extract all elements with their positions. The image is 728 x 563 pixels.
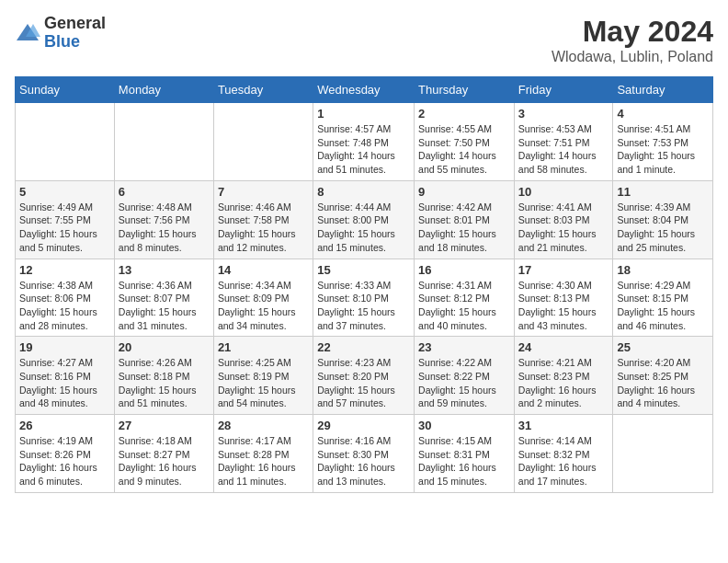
day-info: Sunrise: 4:55 AM Sunset: 7:50 PM Dayligh… bbox=[418, 122, 510, 177]
day-number: 18 bbox=[617, 263, 709, 277]
day-info: Sunrise: 4:33 AM Sunset: 8:10 PM Dayligh… bbox=[317, 279, 410, 333]
day-info: Sunrise: 4:23 AM Sunset: 8:20 PM Dayligh… bbox=[317, 356, 410, 410]
calendar-cell: 30Sunrise: 4:15 AM Sunset: 8:31 PM Dayli… bbox=[415, 415, 515, 493]
day-number: 8 bbox=[317, 185, 410, 199]
calendar-cell: 27Sunrise: 4:18 AM Sunset: 8:27 PM Dayli… bbox=[114, 415, 213, 493]
logo: General Blue bbox=[15, 15, 106, 52]
weekday-header-friday: Friday bbox=[514, 77, 613, 103]
day-info: Sunrise: 4:41 AM Sunset: 8:03 PM Dayligh… bbox=[518, 201, 609, 255]
calendar-cell: 21Sunrise: 4:25 AM Sunset: 8:19 PM Dayli… bbox=[213, 337, 313, 415]
calendar-cell: 13Sunrise: 4:36 AM Sunset: 8:07 PM Dayli… bbox=[114, 259, 213, 337]
day-number: 15 bbox=[317, 263, 410, 277]
calendar-cell: 10Sunrise: 4:41 AM Sunset: 8:03 PM Dayli… bbox=[514, 180, 613, 259]
day-info: Sunrise: 4:17 AM Sunset: 8:28 PM Dayligh… bbox=[218, 434, 309, 488]
day-info: Sunrise: 4:29 AM Sunset: 8:15 PM Dayligh… bbox=[617, 279, 709, 333]
calendar-cell: 31Sunrise: 4:14 AM Sunset: 8:32 PM Dayli… bbox=[514, 415, 613, 493]
calendar-cell: 22Sunrise: 4:23 AM Sunset: 8:20 PM Dayli… bbox=[313, 337, 415, 415]
logo-text: General Blue bbox=[44, 15, 106, 52]
weekday-header-saturday: Saturday bbox=[613, 77, 713, 103]
day-number: 2 bbox=[418, 107, 510, 121]
logo-blue-text: Blue bbox=[44, 33, 106, 52]
day-number: 22 bbox=[317, 340, 410, 354]
weekday-header-tuesday: Tuesday bbox=[213, 77, 313, 103]
calendar-cell: 8Sunrise: 4:44 AM Sunset: 8:00 PM Daylig… bbox=[313, 180, 415, 259]
weekday-header-sunday: Sunday bbox=[16, 77, 115, 103]
day-number: 23 bbox=[418, 340, 510, 354]
calendar-cell: 20Sunrise: 4:26 AM Sunset: 8:18 PM Dayli… bbox=[114, 337, 213, 415]
calendar-cell: 9Sunrise: 4:42 AM Sunset: 8:01 PM Daylig… bbox=[415, 180, 515, 259]
calendar-cell: 17Sunrise: 4:30 AM Sunset: 8:13 PM Dayli… bbox=[514, 259, 613, 337]
day-number: 12 bbox=[19, 263, 110, 277]
day-number: 19 bbox=[19, 340, 110, 354]
calendar-week-1: 1Sunrise: 4:57 AM Sunset: 7:48 PM Daylig… bbox=[16, 103, 713, 181]
day-number: 29 bbox=[317, 419, 410, 432]
day-number: 11 bbox=[617, 185, 709, 199]
day-info: Sunrise: 4:26 AM Sunset: 8:18 PM Dayligh… bbox=[119, 356, 210, 410]
calendar-cell: 15Sunrise: 4:33 AM Sunset: 8:10 PM Dayli… bbox=[313, 259, 415, 337]
weekday-header-row: SundayMondayTuesdayWednesdayThursdayFrid… bbox=[16, 77, 713, 103]
location-subtitle: Wlodawa, Lublin, Poland bbox=[552, 49, 713, 65]
calendar-week-4: 19Sunrise: 4:27 AM Sunset: 8:16 PM Dayli… bbox=[16, 337, 713, 415]
day-info: Sunrise: 4:31 AM Sunset: 8:12 PM Dayligh… bbox=[418, 279, 510, 333]
day-number: 14 bbox=[218, 263, 309, 277]
day-info: Sunrise: 4:30 AM Sunset: 8:13 PM Dayligh… bbox=[518, 279, 609, 333]
day-number: 27 bbox=[119, 419, 210, 432]
calendar-cell: 16Sunrise: 4:31 AM Sunset: 8:12 PM Dayli… bbox=[415, 259, 515, 337]
calendar-cell bbox=[613, 415, 713, 493]
calendar-cell: 26Sunrise: 4:19 AM Sunset: 8:26 PM Dayli… bbox=[16, 415, 115, 493]
calendar-cell: 7Sunrise: 4:46 AM Sunset: 7:58 PM Daylig… bbox=[213, 180, 313, 259]
day-info: Sunrise: 4:36 AM Sunset: 8:07 PM Dayligh… bbox=[119, 279, 210, 333]
day-number: 10 bbox=[518, 185, 609, 199]
day-number: 3 bbox=[518, 107, 609, 121]
day-number: 21 bbox=[218, 340, 309, 354]
calendar-cell: 2Sunrise: 4:55 AM Sunset: 7:50 PM Daylig… bbox=[415, 103, 515, 181]
day-info: Sunrise: 4:38 AM Sunset: 8:06 PM Dayligh… bbox=[19, 279, 110, 333]
calendar-table: SundayMondayTuesdayWednesdayThursdayFrid… bbox=[15, 76, 713, 493]
calendar-cell: 18Sunrise: 4:29 AM Sunset: 8:15 PM Dayli… bbox=[613, 259, 713, 337]
day-info: Sunrise: 4:16 AM Sunset: 8:30 PM Dayligh… bbox=[317, 434, 410, 488]
day-number: 30 bbox=[418, 419, 510, 432]
calendar-week-5: 26Sunrise: 4:19 AM Sunset: 8:26 PM Dayli… bbox=[16, 415, 713, 493]
day-number: 24 bbox=[518, 340, 609, 354]
day-info: Sunrise: 4:14 AM Sunset: 8:32 PM Dayligh… bbox=[518, 434, 609, 488]
day-info: Sunrise: 4:15 AM Sunset: 8:31 PM Dayligh… bbox=[418, 434, 510, 488]
day-info: Sunrise: 4:21 AM Sunset: 8:23 PM Dayligh… bbox=[518, 356, 609, 410]
day-number: 17 bbox=[518, 263, 609, 277]
calendar-cell: 1Sunrise: 4:57 AM Sunset: 7:48 PM Daylig… bbox=[313, 103, 415, 181]
weekday-header-wednesday: Wednesday bbox=[313, 77, 415, 103]
calendar-cell bbox=[213, 103, 313, 181]
day-number: 13 bbox=[119, 263, 210, 277]
calendar-cell: 19Sunrise: 4:27 AM Sunset: 8:16 PM Dayli… bbox=[16, 337, 115, 415]
calendar-week-2: 5Sunrise: 4:49 AM Sunset: 7:55 PM Daylig… bbox=[16, 180, 713, 259]
day-number: 7 bbox=[218, 185, 309, 199]
calendar-cell: 12Sunrise: 4:38 AM Sunset: 8:06 PM Dayli… bbox=[16, 259, 115, 337]
day-number: 6 bbox=[119, 185, 210, 199]
day-info: Sunrise: 4:22 AM Sunset: 8:22 PM Dayligh… bbox=[418, 356, 510, 410]
day-info: Sunrise: 4:46 AM Sunset: 7:58 PM Dayligh… bbox=[218, 201, 309, 255]
day-info: Sunrise: 4:27 AM Sunset: 8:16 PM Dayligh… bbox=[19, 356, 110, 410]
day-info: Sunrise: 4:39 AM Sunset: 8:04 PM Dayligh… bbox=[617, 201, 709, 255]
calendar-cell: 28Sunrise: 4:17 AM Sunset: 8:28 PM Dayli… bbox=[213, 415, 313, 493]
day-info: Sunrise: 4:20 AM Sunset: 8:25 PM Dayligh… bbox=[617, 356, 709, 410]
day-info: Sunrise: 4:42 AM Sunset: 8:01 PM Dayligh… bbox=[418, 201, 510, 255]
day-info: Sunrise: 4:49 AM Sunset: 7:55 PM Dayligh… bbox=[19, 201, 110, 255]
calendar-cell: 5Sunrise: 4:49 AM Sunset: 7:55 PM Daylig… bbox=[16, 180, 115, 259]
calendar-cell: 4Sunrise: 4:51 AM Sunset: 7:53 PM Daylig… bbox=[613, 103, 713, 181]
day-info: Sunrise: 4:53 AM Sunset: 7:51 PM Dayligh… bbox=[518, 122, 609, 177]
calendar-week-3: 12Sunrise: 4:38 AM Sunset: 8:06 PM Dayli… bbox=[16, 259, 713, 337]
calendar-cell bbox=[16, 103, 115, 181]
day-number: 16 bbox=[418, 263, 510, 277]
day-number: 20 bbox=[119, 340, 210, 354]
day-number: 5 bbox=[19, 185, 110, 199]
calendar-cell: 29Sunrise: 4:16 AM Sunset: 8:30 PM Dayli… bbox=[313, 415, 415, 493]
title-block: May 2024 Wlodawa, Lublin, Poland bbox=[552, 15, 713, 65]
day-number: 9 bbox=[418, 185, 510, 199]
day-info: Sunrise: 4:34 AM Sunset: 8:09 PM Dayligh… bbox=[218, 279, 309, 333]
day-info: Sunrise: 4:57 AM Sunset: 7:48 PM Dayligh… bbox=[317, 122, 410, 177]
day-info: Sunrise: 4:44 AM Sunset: 8:00 PM Dayligh… bbox=[317, 201, 410, 255]
calendar-cell: 14Sunrise: 4:34 AM Sunset: 8:09 PM Dayli… bbox=[213, 259, 313, 337]
day-number: 26 bbox=[19, 419, 110, 432]
calendar-cell: 11Sunrise: 4:39 AM Sunset: 8:04 PM Dayli… bbox=[613, 180, 713, 259]
logo-icon bbox=[15, 20, 40, 46]
weekday-header-thursday: Thursday bbox=[415, 77, 515, 103]
